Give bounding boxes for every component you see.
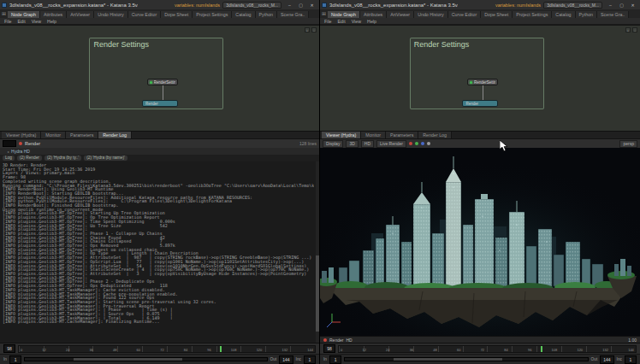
render-node[interactable]: Render bbox=[462, 100, 498, 107]
zoom-in-icon[interactable]: + bbox=[625, 27, 631, 32]
pane-tab[interactable]: Curve Editor bbox=[128, 11, 161, 18]
maximize-button[interactable]: ▢ bbox=[295, 1, 306, 9]
frame-ruler[interactable]: 01224364860728496108120132144 bbox=[338, 345, 637, 353]
variables-dropdown[interactable]: variables: numIslands bbox=[495, 3, 541, 8]
pane-tab[interactable]: Undo History bbox=[94, 11, 128, 18]
menu-item[interactable]: Edit bbox=[18, 19, 26, 24]
nodegraph-group-label: Render Settings bbox=[90, 38, 222, 50]
viewer-toolbar-item[interactable]: 3D bbox=[346, 140, 358, 148]
in-frame-field[interactable]: 1 bbox=[9, 355, 21, 364]
pane-tab[interactable]: Node Graph bbox=[8, 11, 40, 18]
log-scrollbar-thumb[interactable] bbox=[316, 255, 319, 332]
blue-channel-icon[interactable] bbox=[421, 142, 424, 145]
maximize-button[interactable]: ▢ bbox=[616, 1, 627, 9]
frame-ruler[interactable]: 01224364860728496108120132144 bbox=[18, 345, 316, 353]
viewer-canvas[interactable] bbox=[320, 148, 640, 336]
playhead[interactable] bbox=[220, 346, 222, 352]
zoom-out-icon[interactable]: – bbox=[632, 27, 637, 32]
viewer-toolbar-item[interactable]: HD bbox=[361, 140, 374, 148]
close-button[interactable]: ✕ bbox=[627, 1, 638, 9]
inc-frame-field[interactable]: 1 bbox=[625, 355, 637, 364]
pane-tab[interactable]: Attributes bbox=[360, 11, 387, 18]
variables-dropdown[interactable]: variables: numIslands bbox=[175, 3, 220, 8]
pane-tab[interactable]: Catalog bbox=[232, 11, 255, 18]
pane-tab[interactable]: Project Settings bbox=[193, 11, 232, 18]
viewer-toolbar-item[interactable]: Display bbox=[323, 140, 343, 148]
bottom-pane-tab[interactable]: Monitor bbox=[361, 132, 386, 138]
green-channel-icon[interactable] bbox=[415, 142, 418, 145]
node-graph-panel[interactable]: + – Render Settings RenderSettings Rende… bbox=[0, 25, 319, 131]
scene-tab[interactable]: 3dIslands_v08__rocks_M... bbox=[543, 2, 602, 9]
timeline-scrollbar[interactable] bbox=[24, 357, 268, 361]
current-frame-field[interactable]: 98 bbox=[3, 344, 15, 353]
bottom-pane-tab[interactable]: Viewer (Hydra) bbox=[322, 132, 361, 138]
log-scrollbar[interactable] bbox=[316, 161, 319, 343]
red-channel-icon[interactable] bbox=[409, 142, 412, 145]
current-frame-field[interactable]: 98 bbox=[323, 344, 335, 353]
render-log-output[interactable]: 3D Render: RenderStart Time: Fri Dec 19 … bbox=[0, 161, 319, 343]
render-settings-node[interactable]: RenderSettings bbox=[467, 79, 498, 85]
timeline-scrollbar-thumb[interactable] bbox=[394, 358, 503, 361]
viewer-toolbar-item[interactable]: Live Render bbox=[376, 140, 406, 148]
alpha-channel-icon[interactable] bbox=[427, 142, 430, 145]
nodegraph-group-box[interactable]: Render Settings bbox=[89, 38, 223, 109]
menu-item[interactable]: Edit bbox=[338, 19, 346, 24]
layout-grid-icon[interactable]: ⊞ bbox=[2, 10, 6, 18]
pane-tab[interactable]: Python bbox=[256, 11, 278, 18]
menu-item[interactable]: View bbox=[32, 19, 41, 24]
titlebar[interactable]: 3dIslands_v08__rocks_expansion.katana* -… bbox=[320, 0, 640, 9]
titlebar[interactable]: 3dIslands_v08__rocks_expansion.katana* -… bbox=[0, 0, 319, 9]
close-button[interactable]: ✕ bbox=[306, 1, 317, 9]
timeline-scrollbar-thumb[interactable] bbox=[74, 358, 182, 361]
pane-tab[interactable]: Undo History bbox=[414, 11, 448, 18]
menu-item[interactable]: File bbox=[4, 19, 12, 24]
render-node[interactable]: Render bbox=[142, 100, 178, 107]
pane-tab[interactable]: ArtViewer bbox=[387, 11, 414, 18]
bottom-pane-tab[interactable]: Monitor bbox=[41, 132, 66, 138]
pane-tab[interactable]: Dope Sheet bbox=[481, 11, 513, 18]
pane-tab[interactable]: Attributes bbox=[40, 11, 67, 18]
menu-item[interactable]: Help bbox=[367, 19, 376, 24]
playhead[interactable] bbox=[541, 346, 542, 352]
pane-tab[interactable]: Python bbox=[576, 11, 598, 18]
render-catalog-row[interactable]: Render 128 lines bbox=[0, 138, 319, 148]
viewer-resolution[interactable]: HD bbox=[346, 338, 352, 343]
bottom-pane-tab[interactable]: Parameters bbox=[66, 132, 98, 138]
menu-item[interactable]: Help bbox=[47, 19, 56, 24]
log-filter-chip[interactable]: (2) Render bbox=[17, 156, 42, 161]
pane-tab[interactable]: Scene Gra.. bbox=[597, 11, 629, 18]
bottom-pane-tab[interactable]: Render Log bbox=[418, 132, 452, 138]
zoom-out-icon[interactable]: – bbox=[311, 27, 317, 32]
menu-item[interactable]: File bbox=[324, 19, 332, 24]
layout-grid-icon[interactable]: ⊞ bbox=[322, 10, 326, 18]
pane-tab[interactable]: Project Settings bbox=[513, 11, 552, 18]
nodegraph-group-box[interactable]: Render Settings bbox=[410, 38, 544, 109]
pane-tab[interactable]: Catalog bbox=[552, 11, 575, 18]
inc-frame-field[interactable]: 1 bbox=[304, 355, 316, 364]
menu-item[interactable]: View bbox=[352, 19, 361, 24]
bottom-pane-tab[interactable]: Parameters bbox=[386, 132, 418, 138]
render-settings-node[interactable]: RenderSettings bbox=[147, 79, 178, 85]
log-filter-chip[interactable]: Log bbox=[3, 156, 15, 161]
minimize-button[interactable]: – bbox=[605, 1, 616, 9]
pane-tab[interactable]: Node Graph bbox=[328, 11, 360, 18]
expand-triangle-icon[interactable]: ▸ bbox=[8, 150, 9, 154]
render-sub-row[interactable]: ▸ Hydra HD bbox=[0, 148, 319, 155]
minimize-button[interactable]: – bbox=[284, 1, 295, 9]
node-graph-panel[interactable]: + – Render Settings RenderSettings Rende… bbox=[320, 25, 640, 131]
scene-tab[interactable]: 3dIslands_v08__rocks_M... bbox=[222, 2, 281, 9]
pane-tab[interactable]: Dope Sheet bbox=[161, 11, 193, 18]
pane-tab[interactable]: ArtViewer bbox=[67, 11, 94, 18]
timeline-scrollbar[interactable] bbox=[344, 357, 589, 361]
camera-select[interactable]: persp bbox=[619, 140, 637, 148]
in-frame-field[interactable]: 1 bbox=[329, 355, 341, 364]
pane-tab[interactable]: Curve Editor bbox=[448, 11, 481, 18]
zoom-in-icon[interactable]: + bbox=[305, 27, 310, 32]
bottom-pane-tab[interactable]: Render Log bbox=[98, 132, 132, 138]
log-filter-chip[interactable]: (2) 'Hydra (by ty..' bbox=[44, 156, 81, 161]
log-filter-chip[interactable]: (2) 'Hydra (by name)' bbox=[84, 156, 127, 161]
pane-tab[interactable]: Scene Gra.. bbox=[277, 11, 309, 18]
out-frame-field[interactable]: 144 bbox=[279, 355, 293, 364]
out-frame-field[interactable]: 144 bbox=[600, 355, 613, 364]
bottom-pane-tab[interactable]: Viewer (Hydra) bbox=[2, 132, 41, 138]
